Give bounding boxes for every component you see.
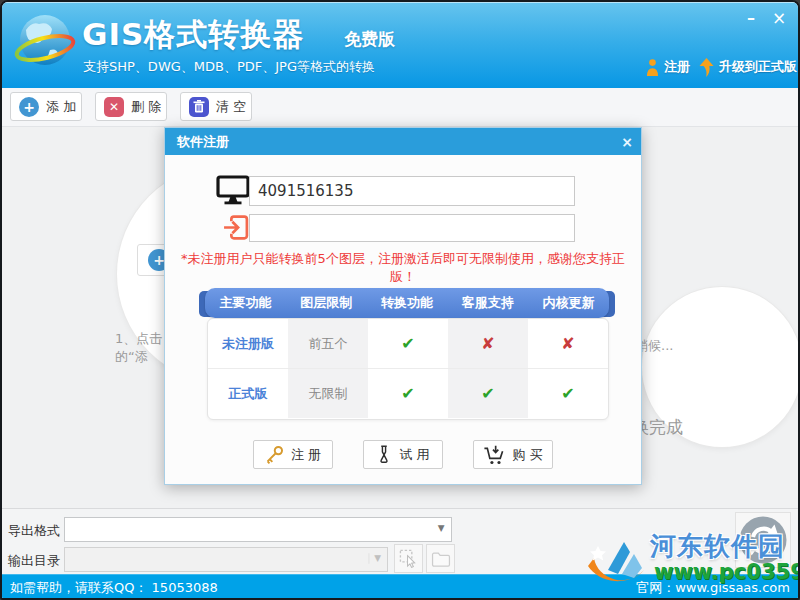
step1-caption: 1、点击 的“添	[115, 330, 164, 366]
trash-icon	[189, 97, 209, 117]
login-arrow-icon	[219, 214, 253, 241]
globe-logo-icon	[14, 10, 76, 80]
delete-button[interactable]: ✕ 删 除	[95, 92, 167, 121]
key-icon	[265, 445, 284, 464]
layer-limit-cell: 无限制	[288, 369, 368, 418]
dialog-close-icon[interactable]: ×	[617, 132, 637, 152]
registration-dialog: 软件注册 × *未注册用户只能转换前5个图层，注册激活后即可无限制使用，感谢您支…	[164, 127, 642, 485]
unregistered-notice: *未注册用户只能转换前5个图层，注册激活后即可无限制使用，感谢您支持正版！	[175, 250, 631, 286]
output-panel: 导出格式 : ▼ 输出目录 : ▼	[2, 508, 798, 575]
select-cursor-icon	[399, 549, 418, 568]
add-button[interactable]: + 添 加	[10, 92, 82, 121]
header-upgrade-label: 升级到正式版	[719, 58, 797, 76]
output-dir-label: 输出目录 :	[8, 552, 69, 570]
update-mark-cell: ✔	[528, 369, 608, 418]
clear-button[interactable]: 清 空	[180, 92, 252, 121]
edition-name-cell: 未注册版	[208, 319, 288, 368]
register-code-input[interactable]	[249, 214, 575, 242]
update-mark-cell: ✘	[528, 319, 608, 368]
table-row-unregistered: 未注册版 前五个 ✔ ✘ ✘	[208, 319, 608, 368]
plus-circle-icon: +	[19, 97, 39, 117]
app-edition-badge: 免费版	[344, 28, 395, 51]
export-format-select[interactable]: ▼	[64, 517, 452, 542]
header-register-link[interactable]: 注册	[646, 55, 690, 79]
table-header-ribbon: 主要功能 图层限制 转换功能 客服支持 内核更新	[199, 288, 615, 319]
feature-table: 未注册版 前五个 ✔ ✘ ✘ 正式版 无限制 ✔ ✔ ✔	[207, 318, 609, 420]
support-mark-cell: ✔	[448, 369, 528, 418]
col-header: 主要功能	[205, 288, 286, 318]
convert-arrows-icon	[739, 516, 787, 564]
chevron-down-icon: ▼	[368, 553, 380, 563]
app-window: GIS格式转换器 免费版 支持SHP、DWG、MDB、PDF、JPG等格式的转换…	[0, 0, 800, 600]
col-header: 客服支持	[447, 288, 528, 318]
minimize-button[interactable]: –	[740, 8, 762, 28]
clear-button-label: 清 空	[216, 98, 246, 116]
status-bar: 如需帮助，请联系QQ： 15053088 官网：www.gissaas.com	[2, 574, 798, 600]
header-upgrade-link[interactable]: 升级到正式版	[699, 55, 797, 79]
person-icon	[646, 59, 659, 76]
monitor-icon	[216, 174, 250, 206]
up-arrow-icon	[699, 58, 714, 77]
delete-button-label: 删 除	[131, 98, 161, 116]
chevron-down-icon: ▼	[437, 523, 444, 533]
folder-icon	[431, 551, 451, 567]
machine-code-input[interactable]	[249, 176, 575, 206]
col-header: 转换功能	[367, 288, 448, 318]
table-row-official: 正式版 无限制 ✔ ✔ ✔	[208, 368, 608, 418]
buy-button-label: 购 买	[512, 446, 542, 464]
export-format-label: 导出格式 :	[8, 522, 69, 540]
convert-mark-cell: ✔	[368, 369, 448, 418]
x-square-icon: ✕	[104, 97, 124, 117]
toolbar: + 添 加 ✕ 删 除 清 空	[2, 88, 798, 127]
app-title: GIS格式转换器	[82, 14, 304, 56]
help-qq-text: 如需帮助，请联系QQ： 15053088	[10, 579, 218, 597]
support-mark-cell: ✘	[448, 319, 528, 368]
convert-button[interactable]	[735, 512, 791, 568]
dialog-titlebar[interactable]: 软件注册	[165, 128, 641, 155]
close-button[interactable]: ×	[768, 8, 790, 28]
header-register-label: 注册	[664, 58, 690, 76]
official-site-text[interactable]: 官网：www.gissaas.com	[636, 579, 790, 597]
col-header: 图层限制	[286, 288, 367, 318]
app-subtitle: 支持SHP、DWG、MDB、PDF、JPG等格式的转换	[83, 58, 375, 76]
pick-directory-button[interactable]	[394, 544, 423, 573]
cart-icon	[483, 445, 505, 465]
add-button-label: 添 加	[46, 98, 76, 116]
buy-button[interactable]: 购 买	[473, 440, 553, 469]
register-button-label: 注 册	[291, 446, 321, 464]
flask-icon	[376, 445, 392, 464]
output-dir-input[interactable]: ▼	[64, 547, 388, 572]
register-button[interactable]: 注 册	[253, 440, 333, 469]
trial-button-label: 试 用	[399, 446, 429, 464]
edition-name-cell: 正式版	[208, 369, 288, 418]
layer-limit-cell: 前五个	[288, 319, 368, 368]
header-bar: GIS格式转换器 免费版 支持SHP、DWG、MDB、PDF、JPG等格式的转换…	[2, 2, 798, 88]
trial-button[interactable]: 试 用	[363, 440, 443, 469]
browse-folder-button[interactable]	[426, 544, 455, 573]
col-header: 内核更新	[528, 288, 609, 318]
convert-mark-cell: ✔	[368, 319, 448, 368]
